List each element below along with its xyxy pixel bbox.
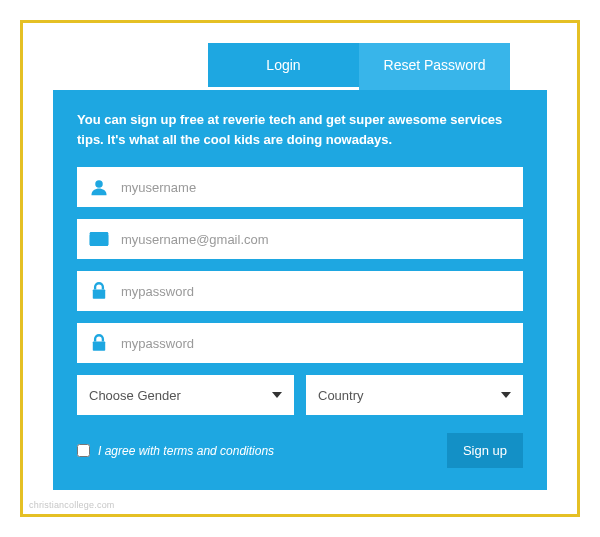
country-select-label: Country	[318, 388, 364, 403]
confirm-password-input[interactable]	[121, 323, 523, 363]
watermark-text: christiancollege.com	[29, 500, 115, 510]
lock-icon	[77, 282, 121, 300]
email-field-wrap	[77, 219, 523, 259]
gender-select-label: Choose Gender	[89, 388, 181, 403]
user-icon	[77, 178, 121, 196]
bottom-row: I agree with terms and conditions Sign u…	[77, 433, 523, 468]
svg-rect-2	[93, 341, 105, 350]
page-frame: Login Reset Password You can sign up fre…	[20, 20, 580, 517]
agree-label: I agree with terms and conditions	[98, 444, 274, 458]
chevron-down-icon	[501, 392, 511, 398]
tab-login[interactable]: Login	[208, 43, 359, 90]
chevron-down-icon	[272, 392, 282, 398]
password-field-wrap	[77, 271, 523, 311]
signup-button[interactable]: Sign up	[447, 433, 523, 468]
password-input[interactable]	[121, 271, 523, 311]
agree-checkbox[interactable]	[77, 444, 90, 457]
select-row: Choose Gender Country	[77, 375, 523, 415]
lock-icon	[77, 334, 121, 352]
username-input[interactable]	[121, 167, 523, 207]
email-input[interactable]	[121, 219, 523, 259]
svg-point-0	[95, 180, 103, 188]
tab-bar: Login Reset Password	[208, 43, 510, 90]
signup-panel: You can sign up free at reverie tech and…	[53, 90, 547, 490]
svg-rect-1	[93, 289, 105, 298]
intro-text: You can sign up free at reverie tech and…	[77, 110, 523, 149]
confirm-password-field-wrap	[77, 323, 523, 363]
tab-reset-password[interactable]: Reset Password	[359, 43, 510, 90]
country-select[interactable]: Country	[306, 375, 523, 415]
envelope-icon	[77, 232, 121, 246]
username-field-wrap	[77, 167, 523, 207]
gender-select[interactable]: Choose Gender	[77, 375, 294, 415]
agree-terms[interactable]: I agree with terms and conditions	[77, 444, 274, 458]
